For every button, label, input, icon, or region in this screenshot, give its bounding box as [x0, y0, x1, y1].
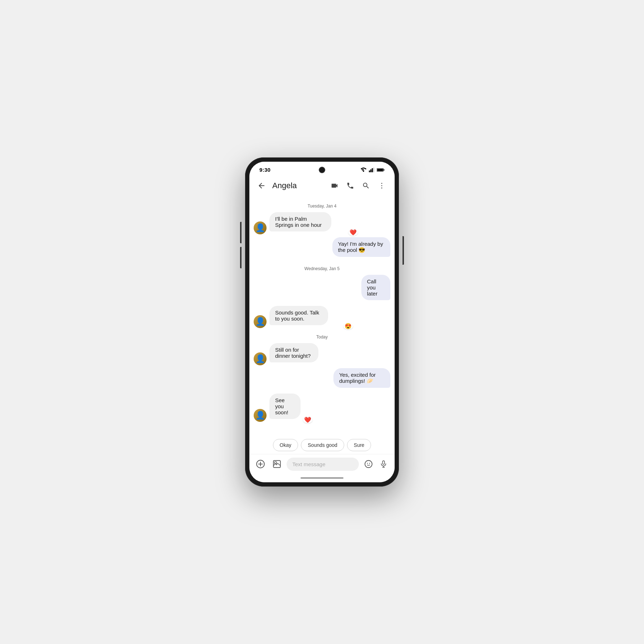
battery-icon [377, 168, 385, 172]
date-separator: Wednesday, Jan 5 [254, 266, 390, 271]
message-bubble-wrapper: Still on for dinner tonight? [269, 343, 342, 362]
bubble-sent: Yay! I'm already by the pool 😎 [332, 237, 390, 257]
input-right-actions [362, 457, 390, 471]
bubble-received: Still on for dinner tonight? [269, 343, 318, 362]
volume-up-button[interactable] [240, 222, 241, 243]
avatar [254, 315, 267, 328]
reaction-badge: ❤️ [348, 229, 358, 236]
message-bubble-wrapper: I'll be in Palm Springs in one hour❤️ [269, 212, 361, 231]
svg-rect-12 [275, 462, 277, 464]
input-placeholder: Text message [292, 461, 326, 467]
svg-point-9 [381, 187, 382, 189]
add-attachment-button[interactable] [254, 457, 267, 471]
message-row-received: Still on for dinner tonight? [254, 343, 390, 365]
message-row-sent: Call you later [254, 275, 390, 303]
signal-icon [369, 167, 375, 172]
bubble-received: Sounds good. Talk to you soon. [269, 306, 328, 325]
message-row-received: See you soon!❤️ [254, 394, 390, 422]
bubble-received: I'll be in Palm Springs in one hour [269, 212, 331, 231]
message-bubble-wrapper: Sounds good. Talk to you soon.😍 [269, 306, 356, 325]
message-row-received: Sounds good. Talk to you soon.😍 [254, 306, 390, 328]
phone-screen: 9:30 [249, 162, 395, 482]
media-button[interactable] [270, 457, 284, 471]
search-button[interactable] [359, 179, 373, 193]
svg-point-8 [381, 185, 382, 186]
volume-down-button[interactable] [240, 247, 241, 268]
camera [319, 167, 325, 172]
date-separator: Today [254, 335, 390, 340]
message-bubble-wrapper: See you soon!❤️ [269, 394, 315, 419]
svg-point-7 [381, 183, 382, 184]
bubble-sent: Call you later [361, 275, 390, 300]
svg-rect-0 [369, 170, 370, 172]
svg-point-14 [367, 463, 368, 464]
phone-call-button[interactable] [343, 179, 357, 193]
message-row-received: I'll be in Palm Springs in one hour❤️ [254, 212, 390, 234]
svg-rect-6 [377, 169, 383, 171]
avatar [254, 352, 267, 365]
message-bubble-wrapper: Yay! I'm already by the pool 😎 [305, 237, 390, 257]
contact-name: Angela [272, 181, 325, 190]
svg-rect-3 [373, 167, 374, 172]
message-row-sent: Yes, excited for dumplings! 🥟 [254, 368, 390, 391]
smart-reply-chip[interactable]: Sounds good [301, 439, 344, 451]
svg-rect-2 [372, 168, 373, 172]
message-row-sent: Yay! I'm already by the pool 😎 [254, 237, 390, 260]
status-time: 9:30 [259, 167, 270, 173]
messages-area: Tuesday, Jan 4I'll be in Palm Springs in… [249, 197, 395, 435]
video-call-button[interactable] [327, 179, 342, 193]
input-bar: Text message [249, 454, 395, 475]
message-bubble-wrapper: Call you later [347, 275, 390, 300]
message-bubble-wrapper: Yes, excited for dumplings! 🥟 [307, 368, 390, 388]
more-options-button[interactable] [375, 179, 389, 193]
home-bar [301, 477, 343, 479]
reaction-badge: ❤️ [303, 417, 312, 423]
svg-rect-1 [370, 169, 371, 172]
power-button[interactable] [402, 236, 404, 265]
back-button[interactable] [255, 179, 268, 192]
text-input[interactable]: Text message [287, 458, 359, 471]
smart-reply-chip[interactable]: Okay [273, 439, 298, 451]
wifi-icon [360, 167, 367, 172]
emoji-button[interactable] [362, 457, 375, 471]
bubble-sent: Yes, excited for dumplings! 🥟 [333, 368, 390, 388]
svg-point-13 [365, 460, 372, 468]
mic-button[interactable] [377, 457, 390, 471]
reaction-badge: 😍 [343, 323, 353, 330]
status-bar: 9:30 [249, 162, 395, 176]
header-actions [327, 179, 389, 193]
phone-frame: 9:30 [245, 157, 399, 487]
smart-reply-chip[interactable]: Sure [347, 439, 371, 451]
smart-replies: OkaySounds goodSure [249, 435, 395, 454]
date-separator: Tuesday, Jan 4 [254, 204, 390, 209]
status-icons [360, 167, 385, 172]
home-indicator [249, 475, 395, 482]
avatar [254, 409, 267, 422]
bubble-received: See you soon! [269, 394, 301, 419]
svg-point-15 [369, 463, 370, 464]
svg-rect-16 [382, 461, 385, 464]
app-header: Angela [249, 176, 395, 197]
avatar [254, 221, 267, 234]
svg-rect-5 [384, 169, 384, 170]
